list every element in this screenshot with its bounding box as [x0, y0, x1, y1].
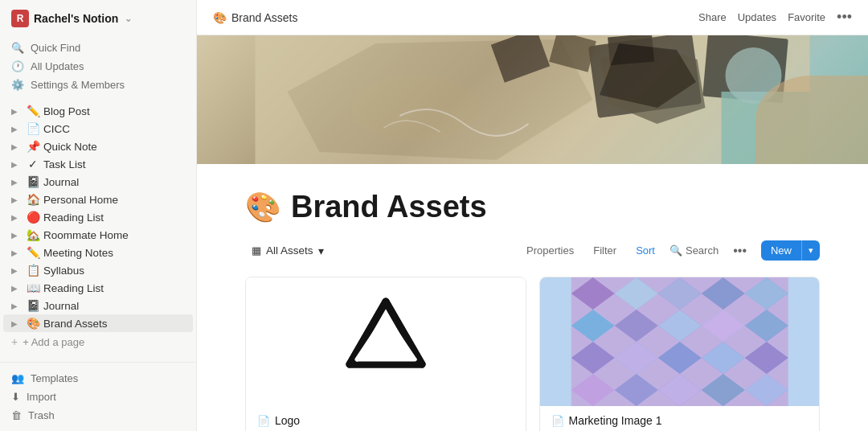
- item-label-task-list: Task List: [43, 158, 186, 170]
- item-icon-cicc: 📄: [26, 122, 40, 135]
- svg-rect-10: [608, 35, 654, 65]
- item-label-syllabus: Syllabus: [43, 265, 186, 277]
- item-icon-task-list: ✓: [26, 158, 40, 170]
- sidebar-quick-find[interactable]: 🔍 Quick Find: [0, 39, 196, 57]
- page-content: 🎨 Brand Assets ▦ All Assets ▾ Properties…: [197, 35, 868, 431]
- chevron-icon: ▶: [11, 231, 23, 240]
- plus-icon: +: [11, 335, 18, 348]
- sidebar-item-journal-2[interactable]: ▶ 📓 Journal: [3, 297, 193, 314]
- card-info-marketing: 📄 Marketing Image 1 Image Social JPG: [540, 406, 820, 431]
- file-icon-logo: 📄: [257, 415, 270, 427]
- templates-label: Templates: [31, 372, 78, 384]
- sidebar-all-updates[interactable]: 🕐 All Updates: [0, 57, 196, 76]
- settings-label: Settings & Members: [31, 79, 125, 91]
- view-selector[interactable]: ▦ All Assets ▾: [245, 241, 330, 261]
- chevron-icon: ▶: [11, 125, 23, 133]
- sidebar-item-roommate-home[interactable]: ▶ 🏡 Roommate Home: [3, 226, 193, 244]
- search-toolbar[interactable]: 🔍 Search: [669, 244, 719, 257]
- chevron-icon: ▶: [11, 319, 23, 328]
- item-label-brand-assets: Brand Assets: [43, 318, 186, 330]
- sidebar-nav: ▶ ✏️ Blog Post ▶ 📄 CICC ▶ 📌 Quick Note ▶…: [0, 102, 196, 332]
- grid-view-icon: ▦: [252, 244, 261, 257]
- page-title-row: 🎨 Brand Assets: [245, 190, 820, 224]
- chevron-icon: ▶: [11, 248, 23, 257]
- page-title-emoji: 🎨: [245, 191, 281, 224]
- topbar-actions: Share Updates Favorite •••: [698, 9, 852, 26]
- templates-icon: 👥: [11, 372, 24, 384]
- gallery-card-marketing[interactable]: 📄 Marketing Image 1 Image Social JPG: [539, 277, 821, 431]
- import-icon: ⬇: [11, 391, 20, 403]
- item-icon-roommate-home: 🏡: [26, 228, 40, 241]
- sidebar-item-quick-note[interactable]: ▶ 📌 Quick Note: [3, 138, 193, 155]
- item-label-blog-post: Blog Post: [43, 105, 186, 117]
- sidebar-settings[interactable]: ⚙️ Settings & Members: [0, 76, 196, 94]
- properties-button[interactable]: Properties: [522, 242, 579, 259]
- item-label-quick-note: Quick Note: [43, 141, 186, 153]
- svg-point-7: [726, 47, 782, 104]
- sidebar: R Rachel's Notion ⌄ 🔍 Quick Find 🕐 All U…: [0, 0, 197, 431]
- share-button[interactable]: Share: [698, 11, 727, 23]
- chevron-icon: ▶: [11, 142, 23, 151]
- item-icon-brand-assets: 🎨: [26, 317, 40, 330]
- item-icon-journal-2: 📓: [26, 299, 40, 312]
- item-label-cicc: CICC: [43, 123, 186, 135]
- gallery-grid: 📄 Logo Logo SVG: [245, 277, 820, 431]
- sidebar-templates[interactable]: 👥 Templates: [0, 369, 196, 388]
- sidebar-import[interactable]: ⬇ Import: [0, 388, 196, 406]
- clock-icon: 🕐: [11, 60, 24, 72]
- svg-point-2: [352, 76, 481, 140]
- item-icon-personal-home: 🏠: [26, 193, 40, 206]
- workspace-header[interactable]: R Rachel's Notion ⌄: [0, 0, 196, 34]
- workspace-name: Rachel's Notion: [34, 12, 118, 25]
- topbar-page-icon: 🎨: [213, 11, 227, 24]
- updates-button[interactable]: Updates: [738, 11, 776, 23]
- card-title-marketing: Marketing Image 1: [569, 414, 662, 427]
- sidebar-trash[interactable]: 🗑 Trash: [0, 406, 196, 425]
- import-label: Import: [27, 391, 56, 403]
- item-label-roommate-home: Roommate Home: [43, 229, 186, 241]
- chevron-icon: ▶: [11, 195, 23, 204]
- add-page-label: + Add a page: [23, 336, 84, 348]
- view-caret-icon: ▾: [318, 244, 324, 257]
- sidebar-item-personal-home[interactable]: ▶ 🏠 Personal Home: [3, 191, 193, 208]
- sidebar-item-reading-list-2[interactable]: ▶ 📖 Reading List: [3, 279, 193, 297]
- item-icon-syllabus: 📋: [26, 264, 40, 277]
- new-button[interactable]: New: [761, 240, 801, 261]
- sidebar-item-syllabus[interactable]: ▶ 📋 Syllabus: [3, 261, 193, 279]
- sidebar-footer: 👥 Templates ⬇ Import 🗑 Trash: [0, 362, 196, 431]
- sidebar-item-meeting-notes[interactable]: ▶ ✏️ Meeting Notes: [3, 244, 193, 261]
- chevron-icon: ▶: [11, 107, 23, 116]
- add-page-button[interactable]: + + Add a page: [0, 332, 196, 351]
- sort-button[interactable]: Sort: [631, 242, 660, 259]
- gear-icon: ⚙️: [11, 79, 24, 91]
- item-icon-journal-1: 📓: [26, 175, 40, 188]
- page-title: Brand Assets: [291, 190, 487, 224]
- card-info-logo: 📄 Logo Logo SVG: [246, 406, 526, 431]
- more-options-button[interactable]: •••: [837, 9, 852, 26]
- sidebar-item-brand-assets[interactable]: ▶ 🎨 Brand Assets: [3, 314, 193, 332]
- topbar-page-title: Brand Assets: [231, 11, 298, 24]
- item-icon-reading-list-1: 🔴: [26, 211, 40, 224]
- workspace-icon: R: [11, 10, 29, 27]
- sidebar-item-task-list[interactable]: ▶ ✓ Task List: [3, 155, 193, 173]
- gallery-card-logo[interactable]: 📄 Logo Logo SVG: [245, 277, 526, 431]
- page-banner: [197, 35, 868, 164]
- marketing-pattern-svg: [540, 277, 820, 406]
- sidebar-item-cicc[interactable]: ▶ 📄 CICC: [3, 120, 193, 138]
- topbar: 🎨 Brand Assets Share Updates Favorite ••…: [197, 0, 868, 35]
- sidebar-meta: 🔍 Quick Find 🕐 All Updates ⚙️ Settings &…: [0, 39, 196, 94]
- sidebar-item-reading-list-1[interactable]: ▶ 🔴 Reading List: [3, 208, 193, 226]
- chevron-icon: ▶: [11, 160, 23, 169]
- item-icon-reading-list-2: 📖: [26, 281, 40, 294]
- item-label-journal-2: Journal: [43, 300, 186, 312]
- file-icon-marketing: 📄: [551, 415, 564, 427]
- page-body: 🎨 Brand Assets ▦ All Assets ▾ Properties…: [197, 164, 868, 431]
- chevron-icon: ▶: [11, 302, 23, 310]
- workspace-caret: ⌄: [125, 14, 132, 24]
- new-button-caret[interactable]: ▾: [801, 240, 820, 261]
- sidebar-item-journal-1[interactable]: ▶ 📓 Journal: [3, 173, 193, 191]
- toolbar-more-button[interactable]: •••: [728, 241, 751, 261]
- filter-button[interactable]: Filter: [588, 242, 621, 259]
- favorite-button[interactable]: Favorite: [788, 11, 825, 23]
- sidebar-item-blog-post[interactable]: ▶ ✏️ Blog Post: [3, 102, 193, 120]
